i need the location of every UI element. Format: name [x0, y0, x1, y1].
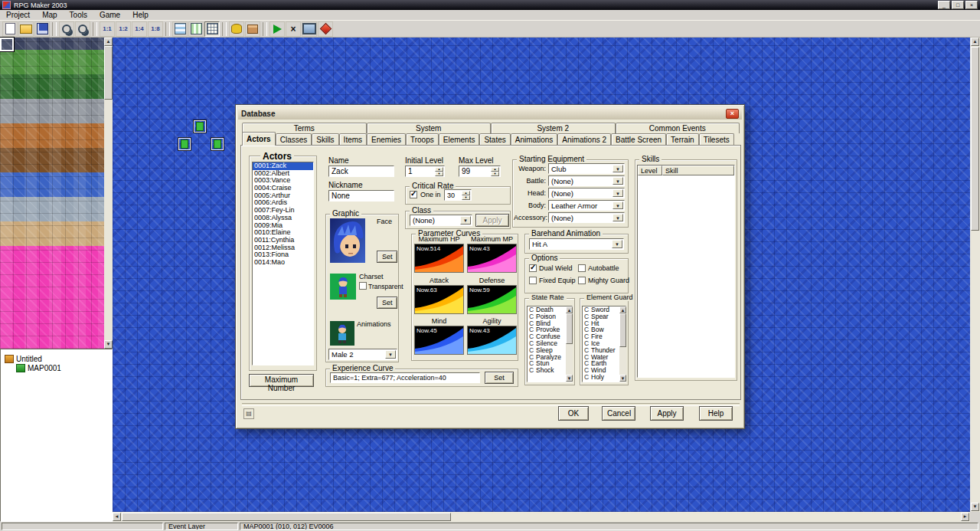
zoom-out-icon[interactable]: [75, 21, 90, 37]
ok-button[interactable]: OK: [558, 406, 589, 421]
open-project-icon[interactable]: [18, 21, 34, 37]
minimize-button[interactable]: _: [938, 1, 950, 9]
close-tool-icon[interactable]: ×: [286, 21, 301, 37]
menu-item[interactable]: Project: [0, 11, 36, 19]
element-guard-item[interactable]: C Holy: [583, 374, 619, 381]
tree-node-map[interactable]: MAP0001: [1, 363, 112, 372]
chevron-down-icon[interactable]: [612, 214, 623, 221]
option-checkbox[interactable]: [529, 277, 537, 284]
map-vscroll-thumb[interactable]: [971, 47, 979, 231]
nickname-input[interactable]: None: [328, 190, 394, 202]
tab[interactable]: Animations 2: [557, 133, 611, 145]
tab[interactable]: Elements: [439, 133, 480, 145]
close-button[interactable]: ×: [965, 1, 978, 9]
charset-set-button[interactable]: Set: [377, 297, 397, 309]
chevron-down-icon[interactable]: [385, 350, 396, 359]
scroll-up-icon[interactable]: [971, 38, 979, 46]
tab[interactable]: Battle Screen: [611, 133, 666, 145]
chevron-down-icon[interactable]: [612, 189, 623, 197]
window-memory-icon[interactable]: [243, 408, 254, 419]
menu-item[interactable]: Help: [126, 11, 155, 19]
tab[interactable]: Actors: [242, 132, 276, 146]
dialog-close-icon[interactable]: ×: [726, 109, 739, 119]
event-layer-icon[interactable]: [204, 21, 220, 37]
tab[interactable]: Classes: [276, 133, 312, 145]
scroll-thumb[interactable]: [566, 313, 573, 344]
spinner-arrows-icon[interactable]: [491, 167, 499, 175]
name-input[interactable]: Zack: [328, 166, 394, 177]
apply-button[interactable]: Apply: [650, 406, 684, 421]
zoom-in-icon[interactable]: [59, 21, 74, 37]
map-event[interactable]: [178, 138, 191, 150]
scale-1-1-icon[interactable]: 1:1: [100, 21, 115, 37]
tab[interactable]: Enemies: [367, 133, 406, 145]
chevron-down-icon[interactable]: [460, 216, 471, 225]
equipment-dropdown[interactable]: Club: [548, 163, 625, 174]
spinner-arrows-icon[interactable]: [462, 191, 470, 199]
max-level-spinner[interactable]: 99: [459, 166, 501, 177]
dialog-title-bar[interactable]: Database ×: [238, 107, 742, 120]
initial-level-spinner[interactable]: 1: [405, 166, 445, 177]
tab[interactable]: States: [479, 133, 510, 145]
curve-thumbnail[interactable]: Now.514: [414, 244, 464, 273]
option-checkbox[interactable]: [578, 264, 586, 272]
scroll-up-icon[interactable]: [566, 306, 573, 313]
class-dropdown[interactable]: (None): [410, 215, 472, 226]
curve-thumbnail[interactable]: Now.63: [414, 285, 464, 314]
tab[interactable]: Items: [339, 133, 367, 145]
parameter-curve-cell[interactable]: Agility Now.43: [467, 317, 517, 356]
curve-thumbnail[interactable]: Now.59: [467, 285, 517, 314]
spinner-arrows-icon[interactable]: [435, 167, 443, 175]
palette-scroll-thumb[interactable]: [104, 46, 113, 100]
option-checkbox-row[interactable]: Fixed Equip: [529, 277, 578, 284]
parameter-curve-cell[interactable]: Mind Now.45: [414, 317, 464, 356]
actor-list[interactable]: 0001:Zack0002:Albert0003:Vance0004:Crais…: [252, 162, 314, 365]
menu-item[interactable]: Tools: [64, 11, 93, 19]
chevron-down-icon[interactable]: [612, 240, 622, 248]
scroll-down-icon[interactable]: [971, 503, 979, 511]
chevron-down-icon[interactable]: [612, 165, 623, 172]
playtest-icon[interactable]: [270, 21, 285, 37]
tab[interactable]: System 2: [491, 123, 616, 133]
animation-dropdown[interactable]: Male 2: [328, 349, 397, 360]
map-horizontal-scrollbar[interactable]: [113, 512, 970, 522]
rtp-icon[interactable]: [318, 21, 333, 37]
curve-thumbnail[interactable]: Now.43: [467, 244, 517, 273]
tile-palette-tiles[interactable]: [0, 38, 104, 349]
chevron-down-icon[interactable]: [612, 202, 623, 209]
parameter-curve-cell[interactable]: Maximum HP Now.514: [414, 235, 464, 274]
tab[interactable]: Troops: [406, 133, 439, 145]
curve-thumbnail[interactable]: Now.45: [414, 326, 464, 355]
palette-scrollbar[interactable]: [104, 38, 113, 349]
tab[interactable]: Animations: [511, 133, 557, 145]
critical-rate-checkbox[interactable]: [410, 191, 417, 198]
equipment-dropdown[interactable]: (None): [548, 188, 625, 198]
option-checkbox-row[interactable]: Dual Wield: [529, 264, 578, 272]
transparent-checkbox[interactable]: [359, 282, 367, 290]
upper-layer-icon[interactable]: [188, 21, 204, 37]
option-checkbox[interactable]: [529, 264, 537, 272]
critical-rate-spinner[interactable]: 30: [444, 189, 472, 201]
database-icon[interactable]: [229, 21, 244, 37]
element-guard-scrollbar[interactable]: [619, 306, 626, 382]
maximize-button[interactable]: □: [952, 1, 964, 9]
tab[interactable]: Terrain: [666, 133, 699, 145]
map-hscroll-thumb[interactable]: [122, 513, 451, 521]
parameter-curve-cell[interactable]: Defense Now.59: [467, 277, 517, 316]
map-event[interactable]: [211, 138, 224, 150]
scroll-thumb[interactable]: [619, 313, 626, 347]
option-checkbox[interactable]: [578, 277, 586, 284]
tab[interactable]: Tilesets: [699, 133, 734, 145]
barehand-animation-dropdown[interactable]: Hit A: [529, 238, 624, 250]
help-button[interactable]: Help: [699, 406, 733, 421]
scroll-left-icon[interactable]: [113, 513, 121, 521]
experience-set-button[interactable]: Set: [485, 372, 514, 384]
state-rate-scrollbar[interactable]: [566, 306, 573, 382]
skills-col-level[interactable]: Level: [638, 166, 662, 175]
option-checkbox-row[interactable]: Mighty Guard: [578, 277, 629, 284]
scale-1-8-icon[interactable]: 1:8: [148, 21, 163, 37]
equipment-dropdown[interactable]: (None): [548, 175, 625, 186]
scroll-right-icon[interactable]: [961, 513, 969, 521]
map-event[interactable]: [194, 120, 206, 133]
scale-1-4-icon[interactable]: 1:4: [132, 21, 147, 37]
